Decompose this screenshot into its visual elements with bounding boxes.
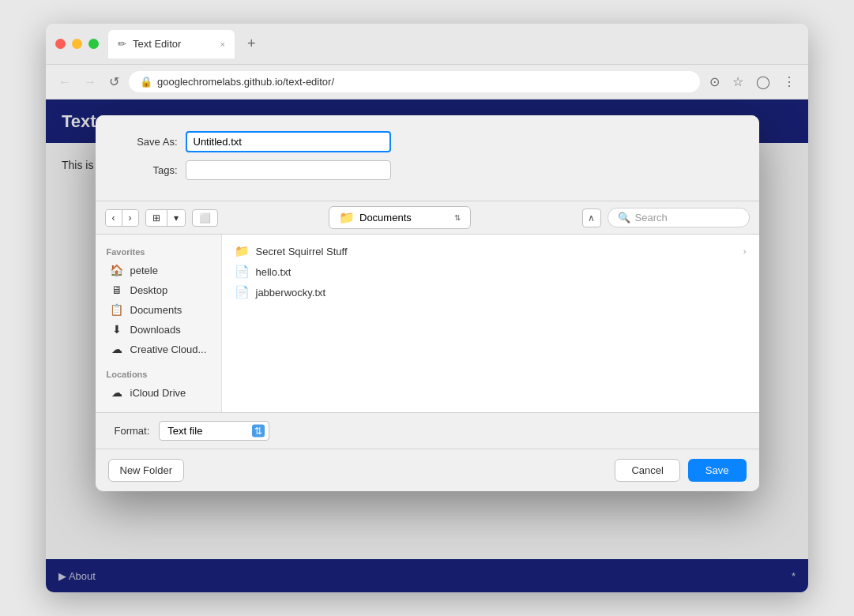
account-button[interactable]: ⊙ xyxy=(706,71,723,92)
toolbar-back-button[interactable]: ‹ xyxy=(106,210,122,226)
save-as-field: Save As: xyxy=(115,131,740,152)
dialog-overlay: Save As: Tags: ‹ › ⊞ xyxy=(46,100,808,592)
documents-icon: 📋 xyxy=(110,303,124,316)
icloud-icon: ☁ xyxy=(110,386,124,399)
sidebar-item-creative-cloud-label: Creative Cloud... xyxy=(130,344,207,355)
sidebar-item-documents-label: Documents xyxy=(130,304,182,316)
new-folder-button[interactable]: New Folder xyxy=(108,459,184,482)
menu-button[interactable]: ⋮ xyxy=(780,71,799,92)
nav-btn-group: ‹ › xyxy=(105,209,139,227)
location-dropdown[interactable]: 📁 Documents ⇅ xyxy=(329,206,471,229)
dialog-top: Save As: Tags: xyxy=(96,115,759,201)
page-content: Text File This is a n ▶ About * Save As: xyxy=(46,100,808,592)
url-bar[interactable]: 🔒 googlechromelabs.github.io/text-editor… xyxy=(129,71,700,92)
file-icon: 📄 xyxy=(235,265,250,279)
file-name: jabberwocky.txt xyxy=(256,287,326,299)
search-icon: 🔍 xyxy=(618,212,630,223)
browser-actions: ⊙ ☆ ◯ ⋮ xyxy=(706,71,799,92)
sidebar-item-desktop[interactable]: 🖥 Desktop xyxy=(99,280,218,299)
desktop-icon: 🖥 xyxy=(110,284,124,296)
toolbar-forward-button[interactable]: › xyxy=(122,210,138,226)
file-icon: 📄 xyxy=(235,285,250,299)
cancel-button[interactable]: Cancel xyxy=(615,459,679,482)
chevron-right-icon: › xyxy=(743,246,747,256)
window-controls xyxy=(55,39,99,49)
dialog-toolbar: ‹ › ⊞ ▾ ⬜ 📁 Documents xyxy=(96,201,759,235)
dialog-footer: New Folder Cancel Save xyxy=(96,449,759,491)
dialog-sidebar: Favorites 🏠 petele 🖥 Desktop 📋 Documents xyxy=(96,235,222,412)
sidebar-item-petele[interactable]: 🏠 petele xyxy=(99,261,218,280)
save-dialog: Save As: Tags: ‹ › ⊞ xyxy=(96,115,759,491)
forward-button[interactable]: → xyxy=(81,72,100,92)
save-as-input[interactable] xyxy=(186,131,391,152)
view-btn-group: ⊞ ▾ xyxy=(145,209,186,227)
home-icon: 🏠 xyxy=(110,264,124,276)
bookmark-button[interactable]: ☆ xyxy=(729,71,747,92)
list-item[interactable]: 📁 Secret Squirrel Stuff › xyxy=(228,241,753,261)
folder-icon: 📁 xyxy=(235,244,250,258)
list-item[interactable]: 📄 jabberwocky.txt xyxy=(228,282,753,302)
maximize-button[interactable] xyxy=(88,39,99,49)
tab-close-button[interactable]: × xyxy=(220,39,225,49)
favorites-label: Favorites xyxy=(96,244,221,260)
browser-window: ✏ Text Editor × + ← → ↺ 🔒 googlechromela… xyxy=(46,24,808,592)
save-button[interactable]: Save xyxy=(688,459,747,482)
location-name: 📁 Documents xyxy=(339,210,412,225)
location-folder-icon: 📁 xyxy=(339,210,355,225)
format-bar: Format: Text file HTML file ⇅ xyxy=(96,412,759,449)
tab-bar: ✏ Text Editor × + xyxy=(108,30,799,58)
file-name: Secret Squirrel Stuff xyxy=(256,246,348,257)
cloud-icon: ☁ xyxy=(110,343,124,355)
format-select-wrapper: Text file HTML file ⇅ xyxy=(159,421,269,441)
profile-button[interactable]: ◯ xyxy=(753,71,773,92)
minimize-button[interactable] xyxy=(72,39,82,49)
address-bar: ← → ↺ 🔒 googlechromelabs.github.io/text-… xyxy=(46,65,808,100)
search-placeholder: Search xyxy=(635,212,668,223)
tags-field: Tags: xyxy=(115,160,740,180)
downloads-icon: ⬇ xyxy=(110,323,124,336)
dialog-body: Favorites 🏠 petele 🖥 Desktop 📋 Documents xyxy=(96,235,759,412)
sidebar-item-petele-label: petele xyxy=(130,265,158,276)
file-name: hello.txt xyxy=(256,266,292,278)
new-tab-button[interactable]: + xyxy=(241,32,262,55)
back-button[interactable]: ← xyxy=(55,72,74,92)
url-text: googlechromelabs.github.io/text-editor/ xyxy=(157,76,334,88)
dialog-actions: Cancel Save xyxy=(615,459,746,482)
tags-input[interactable] xyxy=(186,160,391,180)
search-box[interactable]: 🔍 Search xyxy=(608,208,750,227)
lock-icon: 🔒 xyxy=(140,76,152,88)
sidebar-item-downloads-label: Downloads xyxy=(130,324,181,336)
tags-label: Tags: xyxy=(115,164,178,176)
sidebar-item-documents[interactable]: 📋 Documents xyxy=(99,300,218,319)
locations-label: Locations xyxy=(96,366,221,382)
sidebar-item-desktop-label: Desktop xyxy=(130,284,168,296)
view-mode-chevron[interactable]: ▾ xyxy=(167,210,185,226)
active-tab[interactable]: ✏ Text Editor × xyxy=(108,30,235,58)
title-bar: ✏ Text Editor × + xyxy=(46,24,808,65)
sidebar-item-creative-cloud[interactable]: ☁ Creative Cloud... xyxy=(99,340,218,359)
format-label: Format: xyxy=(115,425,150,437)
list-item[interactable]: 📄 hello.txt xyxy=(228,261,753,282)
new-folder-toolbar-button[interactable]: ⬜ xyxy=(192,209,218,227)
save-as-label: Save As: xyxy=(115,136,178,148)
sidebar-item-icloud[interactable]: ☁ iCloud Drive xyxy=(99,383,218,402)
expand-button[interactable]: ∧ xyxy=(582,208,601,227)
view-mode-button[interactable]: ⊞ xyxy=(146,210,167,226)
tab-icon: ✏ xyxy=(118,38,126,50)
location-text: Documents xyxy=(359,212,412,223)
sidebar-item-downloads[interactable]: ⬇ Downloads xyxy=(99,320,218,339)
reload-button[interactable]: ↺ xyxy=(106,71,122,92)
format-select[interactable]: Text file HTML file xyxy=(159,421,269,441)
dialog-file-list: 📁 Secret Squirrel Stuff › 📄 hello.txt 📄 … xyxy=(222,235,759,412)
location-chevron: ⇅ xyxy=(454,213,461,222)
tab-title: Text Editor xyxy=(133,38,181,50)
sidebar-item-icloud-label: iCloud Drive xyxy=(130,387,186,399)
new-folder-toolbar-icon: ⬜ xyxy=(199,212,211,223)
close-button[interactable] xyxy=(55,39,66,49)
